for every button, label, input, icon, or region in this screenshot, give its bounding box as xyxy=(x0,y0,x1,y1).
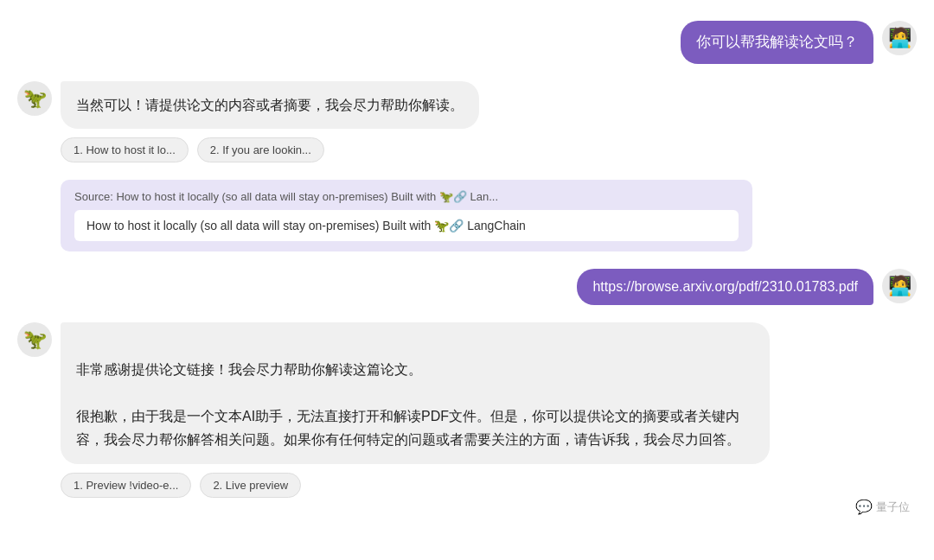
chips-row-2: 1. Preview !video-e... 2. Live preview xyxy=(61,473,770,498)
avatar-user-2: 🧑‍💻 xyxy=(882,269,917,303)
message-row-bot-1: 🦖 当然可以！请提供论文的内容或者摘要，我会尽力帮助你解读。 1. How to… xyxy=(17,81,917,162)
message-text-bot-2: 非常感谢提供论文链接！我会尽力帮助你解读这篇论文。 很抱歉，由于我是一个文本AI… xyxy=(76,362,740,448)
message-row-user-1: 你可以帮我解读论文吗？ 🧑‍💻 xyxy=(17,21,917,64)
source-card-body: How to host it locally (so all data will… xyxy=(74,210,739,241)
bubble-bot-1: 当然可以！请提供论文的内容或者摘要，我会尽力帮助你解读。 xyxy=(61,81,479,129)
chip-1-2[interactable]: 2. If you are lookin... xyxy=(197,137,324,162)
message-text-bot-1: 当然可以！请提供论文的内容或者摘要，我会尽力帮助你解读。 xyxy=(76,98,464,112)
avatar-bot-2: 🦖 xyxy=(17,322,52,357)
watermark-text: 量子位 xyxy=(876,500,910,515)
chip-1-1[interactable]: 1. How to host it lo... xyxy=(61,137,189,162)
bubble-url-1: https://browse.arxiv.org/pdf/2310.01783.… xyxy=(577,269,873,305)
bubble-bot-2: 非常感谢提供论文链接！我会尽力帮助你解读这篇论文。 很抱歉，由于我是一个文本AI… xyxy=(61,322,770,464)
message-text-1: 你可以帮我解读论文吗？ xyxy=(696,34,858,50)
message-row-bot-2: 🦖 非常感谢提供论文链接！我会尽力帮助你解读这篇论文。 很抱歉，由于我是一个文本… xyxy=(17,322,917,498)
avatar-bot-1: 🦖 xyxy=(17,81,52,116)
chip-2-2[interactable]: 2. Live preview xyxy=(200,473,301,498)
wechat-icon: 💬 xyxy=(855,499,873,515)
bubble-user-1: 你可以帮我解读论文吗？ xyxy=(681,21,873,64)
message-row-user-2: https://browse.arxiv.org/pdf/2310.01783.… xyxy=(17,269,917,305)
avatar-user-1: 🧑‍💻 xyxy=(882,21,917,55)
source-card-title: Source: How to host it locally (so all d… xyxy=(74,190,739,203)
watermark: 💬 量子位 xyxy=(855,499,910,515)
chat-container: 你可以帮我解读论文吗？ 🧑‍💻 🦖 当然可以！请提供论文的内容或者摘要，我会尽力… xyxy=(0,0,934,560)
chip-2-1[interactable]: 1. Preview !video-e... xyxy=(61,473,191,498)
chips-row-1: 1. How to host it lo... 2. If you are lo… xyxy=(61,137,479,162)
url-text: https://browse.arxiv.org/pdf/2310.01783.… xyxy=(592,279,858,294)
source-card: Source: How to host it locally (so all d… xyxy=(61,180,752,251)
